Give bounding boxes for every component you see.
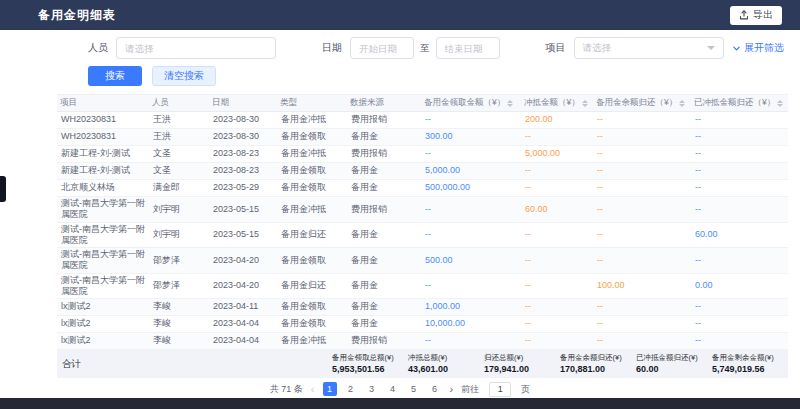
search-button[interactable]: 搜索 (88, 66, 142, 86)
sort-caret-icon[interactable] (507, 100, 513, 107)
table-row: WH20230831王洪2023-08-30备用金领取备用金300.00----… (57, 129, 788, 146)
summary-stat-value: 5,953,501.56 (332, 364, 408, 374)
table-cell: -- (691, 254, 785, 267)
expand-chevron-icon (732, 44, 741, 53)
sort-caret-icon[interactable] (582, 100, 588, 107)
goto-page-input[interactable] (489, 382, 511, 397)
table-cell: 0.00 (691, 279, 785, 292)
table-cell: 测试-南昌大学第一附属医院 (57, 197, 149, 222)
table-cell: 备用金 (347, 164, 421, 177)
table-cell: 备用金领取 (277, 181, 347, 194)
table-cell: 2023-08-23 (209, 147, 277, 160)
page-button-5[interactable]: 5 (407, 382, 421, 396)
table-cell: WH20230831 (57, 113, 149, 126)
table-cell: -- (521, 181, 593, 194)
page-button-4[interactable]: 4 (386, 382, 400, 396)
project-select[interactable]: 请选择 (574, 37, 724, 59)
chevron-down-icon (707, 46, 715, 50)
table-cell: 200.00 (521, 113, 593, 126)
sort-caret-icon[interactable] (777, 100, 783, 107)
column-header-7[interactable]: 备用金余额归还（¥） (593, 97, 691, 109)
project-placeholder: 请选择 (583, 42, 612, 55)
table-cell: 刘宇明 (149, 228, 209, 241)
table-cell: 文圣 (149, 147, 209, 160)
table-cell: -- (421, 203, 521, 216)
table-cell: -- (593, 130, 691, 143)
table-cell: 2023-08-23 (209, 164, 277, 177)
person-input[interactable] (116, 37, 276, 59)
table-cell: -- (691, 181, 785, 194)
summary-stat-label: 备用金剩余金额(¥) (712, 354, 788, 363)
page-button-3[interactable]: 3 (365, 382, 379, 396)
column-header-4: 数据来源 (347, 97, 421, 109)
table-row: 测试-南昌大学第一附属医院邵梦泽2023-04-20备用金领取备用金500.00… (57, 248, 788, 274)
filter-person: 人员 (88, 37, 276, 59)
table-row: 测试-南昌大学第一附属医院邵梦泽2023-04-20备用金归还备用金----10… (57, 274, 788, 300)
table-cell: 100.00 (593, 279, 691, 292)
project-label: 项目 (546, 41, 566, 55)
table-cell: 王洪 (149, 113, 209, 126)
table-cell: -- (593, 300, 691, 313)
summary-stat: 备用金领取总额(¥)5,953,501.56 (332, 354, 408, 374)
table-cell: 10,000.00 (421, 317, 521, 330)
table-cell: -- (521, 130, 593, 143)
column-header-5[interactable]: 备用金领取金额（¥） (421, 97, 521, 109)
table-cell: 300.00 (421, 130, 521, 143)
column-header-6[interactable]: 冲抵金额（¥） (521, 97, 593, 109)
table-cell: 2023-04-20 (209, 279, 277, 292)
table-cell: -- (521, 254, 593, 267)
table-cell: -- (521, 279, 593, 292)
table-cell: 500,000.00 (421, 181, 521, 194)
expand-filter-label: 展开筛选 (744, 41, 784, 55)
table-cell: 1,000.00 (421, 300, 521, 313)
table-row: 北京顺义林场满金郎2023-05-29备用金领取备用金500,000.00---… (57, 180, 788, 197)
table-cell: lx测试2 (57, 317, 149, 330)
table-cell: 备用金领取 (277, 254, 347, 267)
column-label: 人员 (152, 97, 169, 109)
expand-filter-link[interactable]: 展开筛选 (732, 41, 784, 55)
summary-stat: 备用金余额归还(¥)170,881.00 (560, 354, 636, 374)
table-cell: 备用金归还 (277, 279, 347, 292)
page-button-1[interactable]: 1 (323, 382, 337, 396)
drawer-handle[interactable] (0, 176, 6, 202)
next-page-icon[interactable]: › (450, 384, 454, 395)
table-cell: -- (593, 203, 691, 216)
date-end-input[interactable] (436, 37, 500, 59)
column-header-2: 日期 (209, 97, 277, 109)
prev-page-icon[interactable]: ‹ (311, 384, 315, 395)
summary-stat-label: 备用金领取总额(¥) (332, 354, 408, 363)
goto-suffix: 页 (521, 383, 530, 396)
pagination: 共 71 条 ‹ 123456 › 前往 页 (0, 378, 800, 400)
table-cell: 李峻 (149, 334, 209, 347)
action-row: 搜索 清空搜索 (88, 66, 800, 86)
filter-project: 项目 请选择 (546, 37, 724, 59)
table-cell: 2023-04-04 (209, 334, 277, 347)
table-cell: -- (691, 317, 785, 330)
page-button-2[interactable]: 2 (344, 382, 358, 396)
filter-bar: 人员 日期 至 项目 请选择 展开筛选 (0, 36, 800, 60)
summary-stat-label: 已冲抵金额归还(¥) (636, 354, 712, 363)
export-button[interactable]: 导出 (730, 6, 782, 25)
sort-caret-icon[interactable] (679, 100, 685, 107)
export-icon (739, 10, 749, 20)
table-cell: 邵梦泽 (149, 254, 209, 267)
column-header-8[interactable]: 已冲抵金额归还（¥） (691, 97, 785, 109)
date-start-input[interactable] (350, 37, 414, 59)
table-cell: 测试-南昌大学第一附属医院 (57, 274, 149, 299)
table-row: 测试-南昌大学第一附属医院刘宇明2023-05-15备用金冲抵费用报销--60.… (57, 197, 788, 223)
table-cell: 备用金归还 (277, 228, 347, 241)
table-cell: 备用金冲抵 (277, 113, 347, 126)
summary-stat: 冲抵总额(¥)43,601.00 (408, 354, 484, 374)
table-cell: 备用金 (347, 317, 421, 330)
table-cell: 备用金冲抵 (277, 147, 347, 160)
table-cell: 2023-08-30 (209, 113, 277, 126)
petty-cash-table: 项目人员日期类型数据来源备用金领取金额（¥）冲抵金额（¥）备用金余额归还（¥）已… (57, 94, 788, 350)
table-cell: 60.00 (521, 203, 593, 216)
page-button-6[interactable]: 6 (428, 382, 442, 396)
table-cell: 2023-04-11 (209, 300, 277, 313)
column-header-3: 类型 (277, 97, 347, 109)
column-label: 类型 (280, 97, 297, 109)
table-cell: 费用报销 (347, 113, 421, 126)
clear-search-button[interactable]: 清空搜索 (152, 66, 216, 86)
table-cell: -- (593, 164, 691, 177)
